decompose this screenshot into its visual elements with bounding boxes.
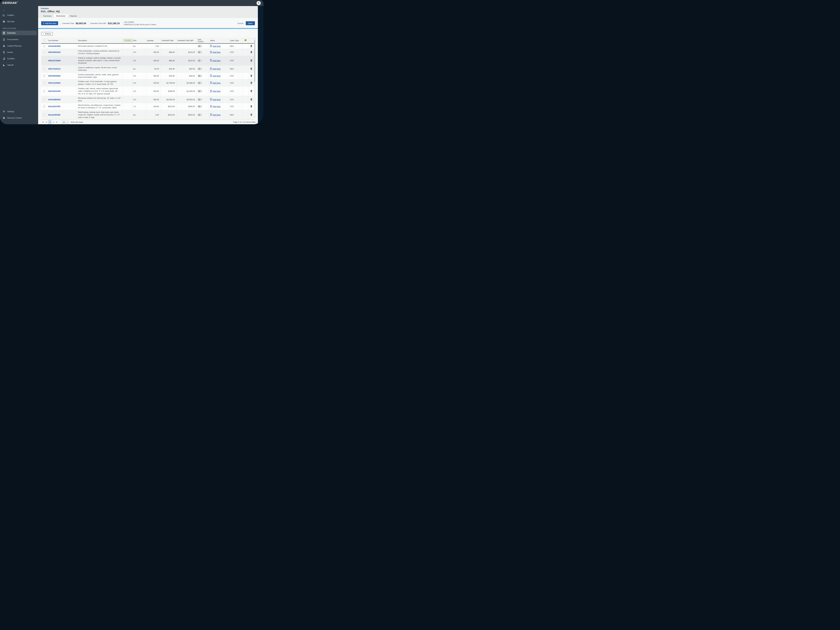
- col-header-line-number[interactable]: Line Number: [47, 38, 77, 43]
- scroll-up-arrow-icon[interactable]: ▲: [254, 38, 255, 39]
- select-all-checkbox[interactable]: [43, 39, 45, 42]
- delete-trash-icon[interactable]: [249, 105, 253, 108]
- first-page-button[interactable]: ◀: [41, 121, 44, 124]
- current-page-button[interactable]: 1: [48, 120, 52, 124]
- delete-trash-icon[interactable]: [249, 51, 253, 54]
- sidebar-item-estimates[interactable]: Estimates: [2, 31, 37, 35]
- sidebar-item-label: Settings: [7, 110, 14, 112]
- col-header-extended-total-op[interactable]: Extended Total O&P: [177, 38, 197, 43]
- col-header-extended-total[interactable]: Extended Total: [161, 38, 177, 43]
- cancel-button[interactable]: Cancel: [237, 22, 243, 24]
- line-number-link[interactable]: 044310850020: [47, 96, 77, 103]
- delete-trash-icon[interactable]: [249, 90, 253, 92]
- sidebar-item-insights[interactable]: Insights: [2, 13, 37, 17]
- breadcrumb[interactable]: Estimates: [41, 8, 258, 9]
- sidebar-item-procurement[interactable]: Procurement: [2, 38, 37, 41]
- row-checkbox[interactable]: [43, 50, 45, 54]
- add-note-link[interactable]: Add Note: [210, 59, 221, 62]
- line-number-link[interactable]: 090190920520: [47, 49, 77, 56]
- col-header-labor-type[interactable]: Labor Type: [229, 38, 242, 43]
- delete-trash-icon[interactable]: [249, 114, 253, 116]
- sub-contract-toggle[interactable]: [198, 68, 202, 70]
- line-number-link[interactable]: 061110247005: [47, 103, 77, 110]
- extended-total-op-value: $2,358.00: [177, 79, 197, 86]
- add-note-link[interactable]: Add Note: [210, 68, 221, 70]
- col-header-quantity[interactable]: Quantity: [146, 38, 161, 43]
- col-header-sub-contract[interactable]: Sub-Contra...: [197, 38, 209, 43]
- sidebar-item-facilities[interactable]: Facilities: [2, 57, 37, 61]
- add-note-link[interactable]: Add Note: [210, 74, 221, 77]
- sub-contract-toggle[interactable]: [198, 51, 202, 54]
- toggle-knob: [198, 98, 200, 101]
- actions-button[interactable]: ▼ Actions: [41, 32, 53, 36]
- col-header-modifiers-badge[interactable]: Modifiers: [123, 39, 133, 42]
- scroll-down-arrow-icon[interactable]: ▼: [254, 116, 255, 118]
- sub-contract-toggle[interactable]: [198, 82, 202, 84]
- line-number-link[interactable]: 061110400390: [47, 110, 77, 120]
- add-note-link[interactable]: Add Note: [210, 51, 221, 54]
- sidebar-item-settings[interactable]: ⚙ Settings: [2, 109, 37, 113]
- sidebar-item-label: Resource Center: [7, 117, 22, 119]
- sub-contract-toggle[interactable]: [198, 98, 202, 101]
- row-checkbox[interactable]: [43, 67, 45, 71]
- scrollbar-thumb[interactable]: [254, 40, 255, 82]
- line-number-link[interactable]: 092113100600: [47, 79, 77, 86]
- tab-reports[interactable]: Reports: [68, 14, 79, 17]
- tab-worksheet[interactable]: Worksheet: [54, 14, 68, 17]
- vertical-scrollbar[interactable]: ▲ ▼: [254, 38, 255, 118]
- row-checkbox[interactable]: [43, 90, 45, 93]
- previous-page-button[interactable]: ◀: [44, 121, 48, 124]
- row-checkbox[interactable]: [43, 81, 45, 85]
- line-number-link[interactable]: 092116331400: [47, 87, 77, 96]
- delete-trash-icon[interactable]: [249, 68, 253, 70]
- line-number-link[interactable]: 090190940660: [47, 72, 77, 79]
- sidebar-item-capital-planning[interactable]: Capital Planning: [2, 44, 37, 48]
- sub-contract-toggle[interactable]: [198, 45, 202, 47]
- sidebar-item-assets[interactable]: Assets: [2, 50, 37, 54]
- modifiers-cell: [122, 103, 132, 110]
- next-page-button[interactable]: ▶: [52, 121, 55, 124]
- delete-trash-icon[interactable]: [249, 75, 253, 77]
- row-checkbox[interactable]: [43, 59, 45, 62]
- collapse-sidebar-back-icon[interactable]: ←: [0, 7, 7, 12]
- sub-contract-toggle[interactable]: [198, 60, 202, 62]
- row-checkbox[interactable]: [43, 113, 45, 117]
- delete-trash-icon[interactable]: [249, 60, 253, 62]
- line-number-link[interactable]: 090170100110: [47, 66, 77, 72]
- col-header-notes[interactable]: Notes: [209, 38, 229, 43]
- row-checkbox[interactable]: [43, 98, 45, 101]
- line-number-link[interactable]: 099123720400: [47, 56, 77, 65]
- delete-trash-icon[interactable]: [249, 98, 253, 101]
- row-checkbox[interactable]: [43, 44, 45, 48]
- sub-contract-toggle[interactable]: [198, 114, 202, 116]
- add-note-link[interactable]: Add Note: [210, 90, 221, 93]
- add-note-link[interactable]: Add Note: [210, 82, 221, 84]
- labor-type-value: STD: [229, 79, 242, 86]
- add-line-item-button[interactable]: + Add line item: [41, 21, 58, 25]
- sidebar-item-takeoff[interactable]: Takeoff: [2, 63, 37, 67]
- col-header-description[interactable]: Description: [77, 38, 122, 43]
- row-checkbox[interactable]: [43, 105, 45, 108]
- tab-summary[interactable]: Summary: [41, 14, 54, 17]
- capital-planning-bank-icon: [3, 45, 5, 47]
- add-note-link[interactable]: Add Note: [210, 105, 221, 108]
- page-summary: Page 1 of 1 (11 items total): [233, 121, 255, 123]
- sub-contract-toggle[interactable]: [198, 90, 202, 92]
- sidebar-item-resource-center[interactable]: Resource Center: [2, 116, 37, 120]
- line-number-link[interactable]: 015433403900: [47, 44, 77, 49]
- row-checkbox[interactable]: [43, 74, 45, 77]
- page-size-select[interactable]: 25 ▼: [61, 120, 69, 124]
- delete-trash-icon[interactable]: [249, 82, 253, 84]
- add-note-link[interactable]: Add Note: [210, 45, 221, 47]
- sub-contract-toggle[interactable]: [198, 105, 202, 108]
- save-button[interactable]: Save: [246, 21, 255, 25]
- sidebar-item-my-data[interactable]: My Data: [2, 19, 37, 24]
- delete-trash-icon[interactable]: [249, 45, 253, 47]
- last-page-button[interactable]: ▶: [55, 121, 58, 124]
- add-note-link[interactable]: Add Note: [210, 98, 221, 101]
- add-note-link[interactable]: Add Note: [210, 113, 221, 116]
- user-avatar[interactable]: A: [257, 1, 261, 5]
- col-header-unit[interactable]: Unit: [132, 38, 146, 43]
- select-caret-icon: ▼: [67, 121, 68, 123]
- sub-contract-toggle[interactable]: [198, 75, 202, 77]
